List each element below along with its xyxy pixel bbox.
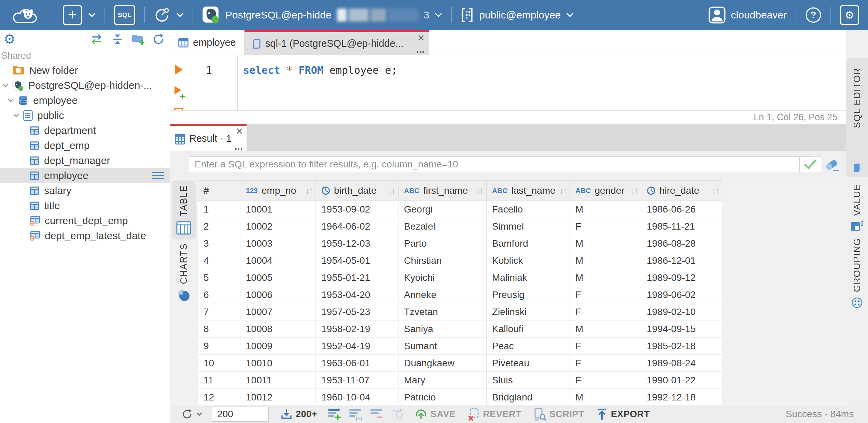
- grid-cell[interactable]: Zielinski: [487, 303, 570, 320]
- grid-cell[interactable]: Georgi: [398, 201, 487, 218]
- tab-sql-1[interactable]: sql-1 (PostgreSQL@ep-hidde... ✕ …: [244, 30, 429, 55]
- refresh-icon[interactable]: [153, 33, 164, 45]
- grid-cell[interactable]: 1964-06-02: [316, 218, 398, 235]
- column-header-last_name[interactable]: ABClast_name↓↑: [487, 181, 570, 201]
- grid-cell[interactable]: F: [570, 303, 641, 320]
- tree-item-current_dept_emp[interactable]: current_dept_emp: [0, 213, 170, 228]
- grid-cell[interactable]: 1992-12-18: [641, 389, 722, 406]
- column-header-hire_date[interactable]: hire_date↓↑: [641, 181, 722, 201]
- row-number-cell[interactable]: 3: [198, 235, 240, 252]
- grid-cell[interactable]: Mary: [398, 372, 487, 389]
- grid-cell[interactable]: 10004: [240, 252, 316, 269]
- row-number-cell[interactable]: 4: [198, 252, 240, 269]
- sync-with-editor-icon[interactable]: [90, 34, 103, 45]
- execute-query-new-tab-icon[interactable]: [173, 85, 186, 100]
- grid-cell[interactable]: 10006: [240, 286, 316, 303]
- grid-cell[interactable]: 1957-05-23: [316, 303, 398, 320]
- revert-button[interactable]: REVERT: [468, 408, 521, 421]
- grid-cell[interactable]: 1953-09-02: [316, 201, 398, 218]
- settings-button[interactable]: ⚙: [840, 5, 859, 25]
- grid-cell[interactable]: 1960-10-04: [316, 389, 398, 406]
- grid-cell[interactable]: Chirstian: [398, 252, 487, 269]
- grid-cell[interactable]: Duangkaew: [398, 355, 487, 372]
- grid-cell[interactable]: 1986-06-26: [641, 201, 722, 218]
- tree-item-dept_emp[interactable]: dept_emp: [0, 138, 170, 153]
- grid-cell[interactable]: 10002: [240, 218, 316, 235]
- sort-toggle-icon[interactable]: ↓↑: [476, 186, 483, 196]
- grid-cell[interactable]: 10010: [240, 355, 316, 372]
- schema-selector[interactable]: public@employee: [461, 7, 574, 23]
- sort-toggle-icon[interactable]: ↓↑: [631, 186, 638, 196]
- tab-grouping-panel[interactable]: GROUPING: [846, 238, 868, 309]
- duplicate-row-button[interactable]: (+): [349, 408, 362, 421]
- grid-cell[interactable]: F: [570, 355, 641, 372]
- grid-cell[interactable]: M: [570, 235, 641, 252]
- grid-cell[interactable]: Peac: [487, 338, 570, 355]
- grid-cell[interactable]: Tzvetan: [398, 303, 487, 320]
- add-row-button[interactable]: [327, 408, 341, 421]
- apply-filter-button[interactable]: [799, 157, 821, 172]
- user-menu[interactable]: cloudbeaver: [709, 6, 787, 24]
- grid-cell[interactable]: 1989-06-02: [641, 286, 722, 303]
- grid-cell[interactable]: F: [570, 338, 641, 355]
- column-header-index[interactable]: #: [198, 181, 240, 201]
- tree-item-public[interactable]: public: [0, 108, 170, 123]
- tab-table-view[interactable]: TABLE: [172, 180, 196, 240]
- chevron-down-icon[interactable]: [2, 83, 12, 87]
- tree-item-title[interactable]: title: [0, 198, 170, 213]
- new-connection-button[interactable]: +: [63, 5, 96, 25]
- tab-menu-icon[interactable]: …: [416, 44, 425, 55]
- grid-cell[interactable]: 10008: [240, 320, 316, 338]
- sql-editor[interactable]: 1 select * FROM employee e;: [170, 55, 846, 110]
- eraser-icon[interactable]: [824, 158, 840, 172]
- grid-cell[interactable]: 1955-01-21: [316, 269, 398, 286]
- tree-item-postgresql-ep-hidden-[interactable]: PostgreSQL@ep-hidden-...: [0, 78, 170, 93]
- grid-cell[interactable]: Saniya: [398, 320, 487, 338]
- tree-item-employee[interactable]: employee: [0, 93, 170, 108]
- grid-cell[interactable]: 1990-01-22: [641, 372, 722, 389]
- tree-item-salary[interactable]: salary: [0, 183, 170, 198]
- grid-cell[interactable]: Anneke: [398, 286, 487, 303]
- chevron-down-icon[interactable]: [13, 113, 23, 118]
- grid-cell[interactable]: 1963-06-01: [316, 355, 398, 372]
- tree-item-employee[interactable]: employee: [0, 168, 170, 183]
- grid-cell[interactable]: Bridgland: [487, 389, 570, 406]
- grid-cell[interactable]: M: [570, 252, 641, 269]
- grid-cell[interactable]: F: [570, 286, 641, 303]
- tree-item-dept_manager[interactable]: dept_manager: [0, 153, 170, 168]
- grid-cell[interactable]: Preusig: [487, 286, 570, 303]
- row-number-cell[interactable]: 9: [198, 338, 240, 355]
- execute-query-icon[interactable]: [173, 64, 184, 76]
- grid-cell[interactable]: 1985-02-18: [641, 338, 722, 355]
- grid-cell[interactable]: Piveteau: [487, 355, 570, 372]
- driver-tools-button[interactable]: [154, 7, 184, 23]
- refresh-result-button[interactable]: [182, 409, 202, 420]
- grid-cell[interactable]: 1989-08-24: [641, 355, 722, 372]
- grid-cell[interactable]: Maliniak: [487, 269, 570, 286]
- tab-employee[interactable]: employee: [170, 30, 244, 55]
- chevron-down-icon[interactable]: [8, 98, 18, 103]
- tab-menu-icon[interactable]: …: [234, 141, 243, 152]
- grid-cell[interactable]: 1958-02-19: [316, 320, 398, 338]
- grid-cell[interactable]: Facello: [487, 201, 570, 218]
- connection-selector[interactable]: PostgreSQL@ep-hidde 3: [202, 6, 442, 24]
- grid-cell[interactable]: 1954-05-01: [316, 252, 398, 269]
- grid-cell[interactable]: 1985-11-21: [641, 218, 722, 235]
- grid-cell[interactable]: Kalloufi: [487, 320, 570, 338]
- row-number-cell[interactable]: 10: [198, 355, 240, 372]
- grid-cell[interactable]: Simmel: [487, 218, 570, 235]
- export-button[interactable]: EXPORT: [597, 408, 650, 420]
- row-number-cell[interactable]: 8: [198, 320, 240, 338]
- row-number-cell[interactable]: 11: [198, 372, 240, 389]
- grid-cell[interactable]: Sumant: [398, 338, 487, 355]
- grid-cell[interactable]: Bamford: [487, 235, 570, 252]
- grid-cell[interactable]: 10007: [240, 303, 316, 320]
- row-number-cell[interactable]: 1: [198, 201, 240, 218]
- close-icon[interactable]: ✕: [236, 126, 243, 137]
- row-number-cell[interactable]: 6: [198, 286, 240, 303]
- grid-cell[interactable]: 10011: [240, 372, 316, 389]
- grid-cell[interactable]: 10009: [240, 338, 316, 355]
- delete-row-button[interactable]: [370, 408, 383, 420]
- grid-cell[interactable]: 1989-02-10: [641, 303, 722, 320]
- grid-cell[interactable]: 10003: [240, 235, 316, 252]
